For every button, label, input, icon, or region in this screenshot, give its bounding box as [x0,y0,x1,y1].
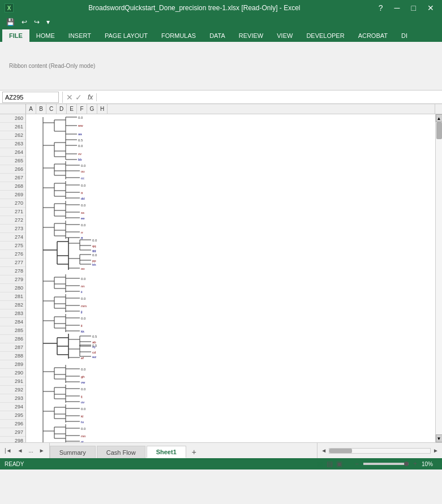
col-header-f[interactable]: F [77,104,87,114]
column-header-row: A B C D E F G H [0,104,442,114]
sheet-tab-cashflow[interactable]: Cash Flow [97,446,145,458]
svg-text:0.5: 0.5 [78,139,83,142]
row-header-280[interactable]: 280 [0,284,25,292]
scroll-thumb[interactable] [436,122,442,139]
row-header-264[interactable]: 264 [0,148,25,157]
row-header-288[interactable]: 288 [0,352,25,360]
col-header-h[interactable]: H [97,104,108,114]
name-box[interactable] [2,92,59,103]
row-header-294[interactable]: 294 [0,403,25,411]
col-header-b[interactable]: B [36,104,46,114]
save-quick-button[interactable]: 💾 [5,18,16,27]
excel-icon: X [5,3,14,12]
row-header-275[interactable]: 275 [0,242,25,250]
sheet-tab-sheet1[interactable]: Sheet1 [147,446,186,458]
row-header-287[interactable]: 287 [0,343,25,352]
scroll-track[interactable] [436,122,442,434]
formula-input[interactable] [99,94,440,101]
hscroll-thumb[interactable] [329,449,352,453]
row-header-273[interactable]: 273 [0,225,25,233]
row-header-298[interactable]: 298 [0,437,25,442]
zoom-slider[interactable] [363,463,409,465]
row-header-274[interactable]: 274 [0,233,25,242]
row-header-265[interactable]: 265 [0,157,25,165]
sheet-tab-summary[interactable]: Summary [50,446,96,458]
confirm-formula-button[interactable]: ✓ [75,93,82,102]
tab-page-layout[interactable]: PAGE LAYOUT [98,29,155,42]
row-header-260[interactable]: 260 [0,114,25,123]
sheet-nav-prev-button[interactable]: ◄ [15,446,25,455]
svg-text:st: st [81,440,84,442]
redo-quick-button[interactable]: ↪ [32,18,41,27]
row-header-295[interactable]: 295 [0,411,25,420]
tab-di[interactable]: DI [394,29,414,42]
scroll-down-button[interactable]: ▼ [436,434,443,442]
tab-formulas[interactable]: FORMULAS [155,29,203,42]
row-header-286[interactable]: 286 [0,335,25,343]
row-header-297[interactable]: 297 [0,428,25,437]
maximize-button[interactable]: □ [408,2,419,14]
col-header-e[interactable]: E [67,104,77,114]
col-header-a[interactable]: A [26,104,36,114]
row-header-296[interactable]: 296 [0,420,25,428]
row-header-271[interactable]: 271 [0,208,25,216]
row-header-284[interactable]: 284 [0,318,25,326]
row-header-278[interactable]: 278 [0,267,25,275]
sheet-nav-next-button[interactable]: ► [37,446,47,455]
row-header-281[interactable]: 281 [0,292,25,301]
more-quick-button[interactable]: ▾ [45,18,52,27]
cancel-formula-button[interactable]: ✕ [66,93,73,102]
tab-insert[interactable]: INSERT [62,29,98,42]
zoom-plus-button[interactable]: + [411,460,419,468]
hscroll-left-button[interactable]: ◄ [320,446,328,455]
tab-home[interactable]: HOME [29,29,62,42]
scroll-up-button[interactable]: ▲ [436,114,443,122]
help-button[interactable]: ? [375,2,387,14]
zoom-minus-button[interactable]: − [353,460,361,468]
row-header-290[interactable]: 290 [0,369,25,377]
row-header-266[interactable]: 266 [0,165,25,174]
row-header-291[interactable]: 291 [0,377,25,386]
col-header-c[interactable]: C [46,104,57,114]
sheet-nav-ellipsis[interactable]: ... [26,446,35,455]
row-header-283[interactable]: 283 [0,309,25,318]
row-header-276[interactable]: 276 [0,250,25,259]
view-normal-button[interactable]: ▦ [316,459,324,469]
row-header-293[interactable]: 293 [0,394,25,403]
add-sheet-button[interactable]: + [187,446,201,458]
undo-quick-button[interactable]: ↩ [20,18,29,27]
tab-view[interactable]: VIEW [270,29,299,42]
row-header-282[interactable]: 282 [0,301,25,309]
col-header-d[interactable]: D [57,104,67,114]
row-header-268[interactable]: 268 [0,182,25,191]
col-header-g[interactable]: G [87,104,97,114]
row-header-267[interactable]: 267 [0,174,25,182]
row-header-261[interactable]: 261 [0,123,25,131]
zoom-slider-thumb[interactable] [404,462,409,466]
close-button[interactable]: ✕ [424,2,437,14]
tab-acrobat[interactable]: ACROBAT [351,29,394,42]
row-header-292[interactable]: 292 [0,386,25,394]
row-header-269[interactable]: 269 [0,191,25,199]
row-header-272[interactable]: 272 [0,216,25,225]
cell-reference-input[interactable] [5,94,56,101]
tab-developer[interactable]: DEVELOPER [299,29,351,42]
tab-file[interactable]: FILE [2,29,29,42]
row-header-270[interactable]: 270 [0,199,25,208]
view-page-button[interactable]: ▣ [335,459,344,469]
hscroll-right-button[interactable]: ► [432,446,440,455]
tab-data[interactable]: DATA [203,29,232,42]
hscroll-track[interactable] [329,448,431,454]
row-header-285[interactable]: 285 [0,326,25,335]
row-header-279[interactable]: 279 [0,275,25,284]
vertical-scrollbar[interactable]: ▲ ▼ [435,114,442,442]
minimize-button[interactable]: ─ [391,2,404,14]
view-pagebreak-button[interactable]: ▤ [325,459,334,469]
row-header-262[interactable]: 262 [0,131,25,140]
sheet-nav-first-button[interactable]: |◄ [2,446,14,455]
formula-separator [62,92,63,103]
row-header-289[interactable]: 289 [0,360,25,369]
row-header-263[interactable]: 263 [0,140,25,148]
row-header-277[interactable]: 277 [0,259,25,267]
tab-review[interactable]: REVIEW [232,29,270,42]
